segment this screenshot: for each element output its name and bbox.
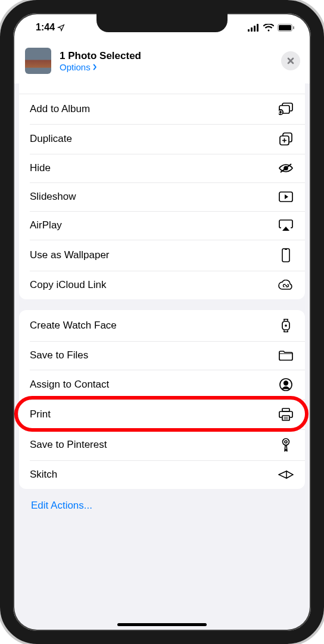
action-group-2: Create Watch Face Save to Files: [19, 310, 305, 489]
battery-icon: [278, 24, 294, 32]
partial-row: [19, 83, 305, 94]
action-duplicate[interactable]: Duplicate: [19, 124, 305, 154]
action-label: Duplicate: [30, 133, 72, 145]
action-assign-to-contact[interactable]: Assign to Contact: [19, 370, 305, 400]
action-skitch[interactable]: Skitch: [19, 460, 305, 489]
action-airplay[interactable]: AirPlay: [19, 211, 305, 240]
action-label: Add to Album: [30, 103, 90, 115]
volume-up: [0, 155, 1, 194]
cellular-signal-icon: [248, 24, 260, 32]
svg-point-22: [283, 439, 289, 445]
options-button[interactable]: Options: [60, 62, 273, 72]
airplay-icon: [278, 219, 294, 231]
svg-rect-6: [293, 26, 294, 29]
action-label: Save to Files: [30, 349, 88, 361]
action-label: Slideshow: [30, 191, 76, 203]
hide-icon: [278, 162, 294, 174]
action-slideshow[interactable]: Slideshow: [19, 182, 305, 211]
edit-actions-button[interactable]: Edit Actions...: [19, 489, 305, 522]
action-label: Use as Wallpaper: [30, 249, 110, 261]
location-icon: [57, 24, 65, 32]
action-print[interactable]: Print: [19, 400, 305, 429]
svg-point-16: [285, 325, 286, 326]
svg-rect-1: [251, 27, 253, 32]
action-add-to-album[interactable]: Add to Album: [19, 94, 305, 124]
action-save-to-pinterest[interactable]: Save to Pinterest: [19, 429, 305, 460]
action-create-watch-face[interactable]: Create Watch Face: [19, 310, 305, 341]
svg-rect-2: [254, 26, 256, 32]
svg-point-23: [285, 441, 287, 443]
share-sheet-header: 1 Photo Selected Options: [13, 42, 311, 83]
action-label: Save to Pinterest: [30, 439, 107, 451]
action-group-1: Add to Album Duplicate: [19, 83, 305, 299]
volume-down: [0, 203, 1, 242]
svg-rect-21: [282, 416, 289, 420]
slideshow-icon: [278, 191, 294, 202]
action-label: AirPlay: [30, 219, 62, 231]
notch: [96, 13, 228, 32]
duplicate-icon: [278, 132, 294, 145]
contact-icon: [278, 378, 294, 391]
svg-rect-0: [248, 29, 250, 32]
pinterest-icon: [278, 438, 294, 452]
skitch-icon: [278, 470, 294, 479]
wifi-icon: [263, 24, 274, 32]
action-use-as-wallpaper[interactable]: Use as Wallpaper: [19, 240, 305, 271]
icloud-link-icon: [278, 280, 294, 290]
status-time: 1:44: [36, 22, 55, 33]
svg-point-18: [284, 381, 288, 385]
mute-switch: [0, 119, 1, 141]
wallpaper-icon: [278, 248, 294, 262]
header-title: 1 Photo Selected: [60, 50, 273, 62]
action-hide[interactable]: Hide: [19, 154, 305, 182]
action-label: Print: [30, 408, 51, 420]
action-save-to-files[interactable]: Save to Files: [19, 341, 305, 370]
action-copy-icloud-link[interactable]: Copy iCloud Link: [19, 271, 305, 299]
action-label: Assign to Contact: [30, 379, 109, 391]
watch-icon: [278, 318, 294, 333]
folder-icon: [278, 350, 294, 361]
close-icon: [286, 57, 295, 65]
action-label: Create Watch Face: [30, 320, 117, 332]
add-to-album-icon: [278, 103, 294, 116]
action-label: Skitch: [30, 469, 57, 481]
chevron-right-icon: [92, 64, 97, 70]
svg-rect-14: [282, 249, 289, 262]
action-label: Hide: [30, 162, 51, 174]
share-sheet-body[interactable]: Add to Album Duplicate: [13, 83, 311, 631]
photo-thumbnail[interactable]: [25, 48, 51, 74]
svg-rect-3: [257, 24, 258, 32]
close-button[interactable]: [281, 51, 300, 70]
svg-rect-5: [279, 25, 291, 30]
home-indicator[interactable]: [117, 623, 207, 626]
action-label: Copy iCloud Link: [30, 279, 107, 291]
print-icon: [278, 408, 294, 421]
